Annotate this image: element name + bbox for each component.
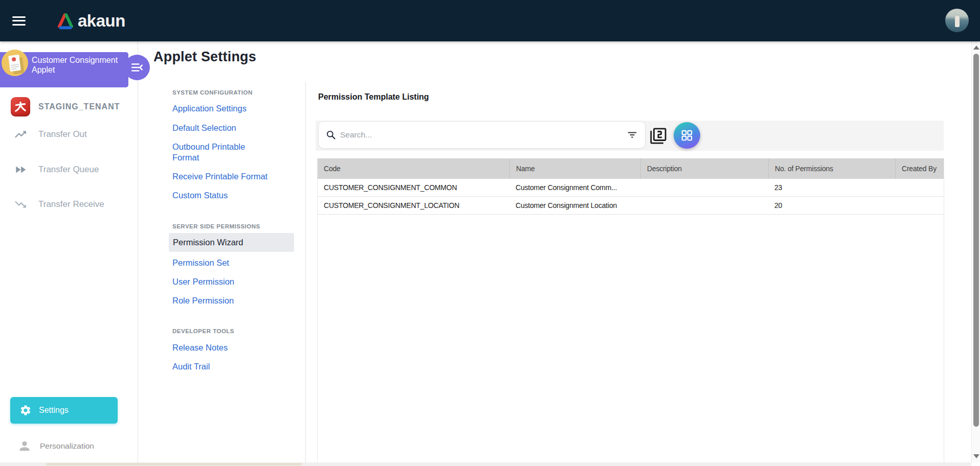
menu-collapse-icon: [130, 61, 144, 74]
menu-link-permission-set[interactable]: Permission Set: [172, 258, 295, 268]
cell-permissions: 23: [768, 183, 895, 192]
gear-icon: [19, 404, 32, 416]
applet-header[interactable]: Customer Consignment Applet: [0, 52, 128, 87]
scroll-up-arrow-icon[interactable]: [973, 45, 979, 50]
table-header-row: Code Name Description No. of Permissions…: [318, 158, 944, 179]
menu-link-user-permission[interactable]: User Permission: [172, 276, 295, 287]
column-header-description[interactable]: Description: [640, 158, 768, 179]
triangle-logo-icon: [56, 12, 75, 30]
sidebar-item-label: Transfer Queue: [38, 165, 99, 175]
column-header-code[interactable]: Code: [318, 158, 509, 179]
cell-permissions: 20: [768, 201, 895, 209]
menu-link-audit-trail[interactable]: Audit Trail: [172, 361, 295, 372]
menu-section-heading: DEVELOPER TOOLS: [172, 328, 234, 334]
collapse-sidebar-button[interactable]: [124, 55, 150, 80]
sidebar-item-label: Transfer Receive: [38, 199, 104, 209]
menu-link-release-notes[interactable]: Release Notes: [172, 342, 295, 353]
menu-link-outbound-printable-format[interactable]: Outbound Printable Format: [172, 142, 264, 163]
personalization-label: Personalization: [40, 441, 94, 451]
menu-section-heading: SERVER SIDE PERMISSIONS: [172, 223, 260, 229]
scroll-down-arrow-icon[interactable]: [973, 454, 979, 458]
fast-forward-icon: [14, 163, 27, 176]
sidebar-item-transfer-queue[interactable]: Transfer Queue: [0, 158, 138, 181]
listing-title: Permission Template Listing: [318, 92, 429, 102]
column-header-created-by[interactable]: Created By: [895, 158, 944, 179]
sidebar-item-transfer-receive[interactable]: Transfer Receive: [0, 193, 138, 216]
page-title: Applet Settings: [153, 49, 256, 65]
personalization-item[interactable]: Personalization: [10, 435, 123, 457]
user-avatar[interactable]: [945, 9, 969, 32]
filter-list-icon: [627, 129, 638, 141]
tenant-icon: [11, 97, 30, 116]
cell-name: Customer Consignment Location: [509, 201, 640, 209]
duplicate-template-button[interactable]: [648, 126, 669, 146]
vertical-scrollbar[interactable]: [971, 41, 980, 462]
cell-code: CUSTOMER_CONSIGNMENT_COMMON: [318, 183, 509, 192]
menu-link-role-permission[interactable]: Role Permission: [172, 295, 295, 306]
hamburger-menu-icon[interactable]: [12, 16, 26, 26]
table-row[interactable]: CUSTOMER_CONSIGNMENT_LOCATION Customer C…: [318, 197, 944, 215]
sidebar-item-staging-tenant[interactable]: STAGING_TENANT: [0, 96, 138, 118]
panel-divider: [305, 82, 306, 466]
brand-name: akaun: [78, 11, 125, 31]
topbar: akaun: [0, 0, 980, 41]
horizontal-scrollbar[interactable]: [0, 462, 971, 466]
brand-logo[interactable]: akaun: [56, 11, 125, 31]
grid-icon: [680, 129, 694, 142]
column-header-no-of-permissions[interactable]: No. of Permissions: [768, 158, 895, 179]
menu-link-default-selection[interactable]: Default Selection: [172, 123, 295, 133]
permission-template-table: Code Name Description No. of Permissions…: [317, 158, 944, 462]
menu-section-heading: SYSTEM CONFIGURATION: [172, 89, 253, 96]
search-icon: [326, 130, 336, 140]
cell-name: Customer Consignment Comm...: [509, 183, 640, 192]
settings-button-label: Settings: [39, 406, 69, 415]
cell-code: CUSTOMER_CONSIGNMENT_LOCATION: [318, 201, 509, 209]
menu-link-custom-status[interactable]: Custom Status: [172, 190, 295, 201]
trending-down-icon: [14, 198, 27, 211]
filter-button[interactable]: [627, 129, 638, 141]
sidebar: Customer Consignment Applet STAGING_: [0, 41, 138, 466]
sidebar-item-label: Transfer Out: [38, 129, 87, 139]
search-toolbar: [316, 121, 944, 151]
person-icon: [17, 439, 32, 453]
menu-link-application-settings[interactable]: Application Settings: [172, 103, 295, 114]
column-header-name[interactable]: Name: [509, 158, 640, 179]
search-input[interactable]: [340, 130, 627, 139]
menu-link-permission-wizard[interactable]: Permission Wizard: [169, 233, 294, 252]
app-root: akaun Customer Consignment Applet: [0, 0, 980, 466]
grid-view-button[interactable]: [674, 122, 700, 149]
applet-name: Customer Consignment Applet: [32, 55, 124, 75]
search-bar[interactable]: [318, 121, 645, 149]
settings-button[interactable]: Settings: [10, 397, 118, 424]
horizontal-scrollbar-thumb[interactable]: [46, 463, 302, 465]
applet-receipt-icon: [2, 50, 28, 76]
table-row[interactable]: CUSTOMER_CONSIGNMENT_COMMON Customer Con…: [318, 179, 944, 197]
menu-link-receive-printable-format[interactable]: Receive Printable Format: [172, 171, 295, 182]
sidebar-item-transfer-out[interactable]: Transfer Out: [0, 123, 138, 146]
sidebar-item-label: STAGING_TENANT: [38, 102, 120, 111]
filter-2-pages-icon: [650, 127, 667, 145]
trending-up-icon: [14, 128, 27, 141]
vertical-scrollbar-thumb[interactable]: [973, 54, 979, 427]
